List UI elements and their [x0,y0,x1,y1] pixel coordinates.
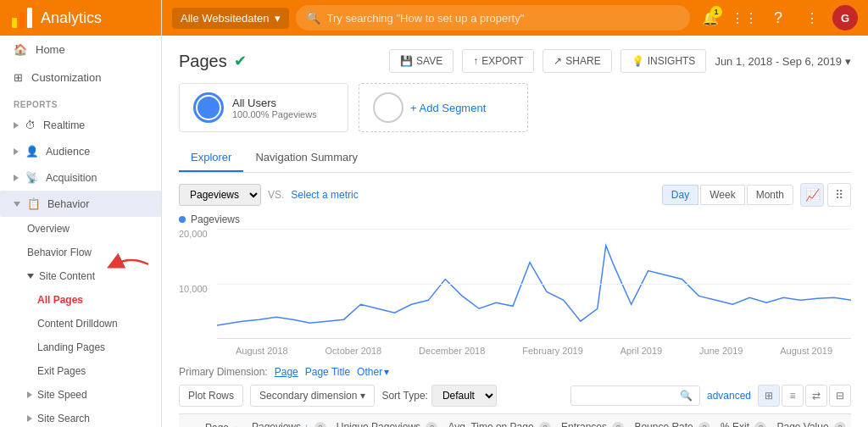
table-header-avg-time[interactable]: Avg. Time on Page ? [442,414,556,428]
page-value-info-icon[interactable]: ? [834,422,846,427]
entrances-info-icon[interactable]: ? [612,422,624,427]
help-button[interactable]: ? [765,4,792,31]
segment-pct: 100.00% Pageviews [232,109,317,119]
dim-option-other[interactable]: Other ▾ [357,366,389,378]
sidebar-item-site-speed[interactable]: Site Speed [0,383,161,407]
notifications-button[interactable]: 🔔 1 [697,4,724,31]
dim-option-page-title[interactable]: Page Title [305,366,350,378]
grid-view-button[interactable]: ⊞ [758,385,780,407]
chart-type-buttons: 📈 ⠿ [800,183,851,207]
table-header-entrances[interactable]: Entrances ? [556,414,629,428]
behavior-label: Behavior [47,198,89,210]
svg-rect-1 [19,13,25,28]
primary-dimension-row: Primary Dimension: Page Page Title Other… [179,366,851,378]
exit-pages-label: Exit Pages [37,365,86,377]
sidebar-item-site-search[interactable]: Site Search [0,407,161,427]
sidebar-item-landing-pages[interactable]: Landing Pages [0,336,161,359]
topbar-icons: 🔔 1 ⋮⋮ ? ⋮ G [697,4,858,31]
chart-controls: Pageviews VS. Select a metric Day Week M… [179,183,851,207]
segment-bar: All Users 100.00% Pageviews + Add Segmen… [179,83,851,132]
sidebar-item-realtime[interactable]: ⏱ Realtime [0,113,161,138]
insights-button[interactable]: 💡 INSIGHTS [620,49,707,73]
table-header-pct-exit[interactable]: % Exit ? [715,414,771,428]
bounce-rate-col-label: Bounce Rate [634,421,693,427]
date-range-selector[interactable]: Jun 1, 2018 - Sep 6, 2019 ▾ [715,55,851,68]
plot-rows-button[interactable]: Plot Rows [179,385,243,407]
sidebar-item-behavior[interactable]: 📋 Behavior [0,191,161,217]
sidebar-item-home[interactable]: 🏠 Home [0,36,161,64]
tab-explorer[interactable]: Explorer [179,144,243,172]
x-label-6: August 2019 [780,346,832,356]
segment-all-users[interactable]: All Users 100.00% Pageviews [179,83,348,132]
header-right: 💾 SAVE ↑ EXPORT ↗ SHARE 💡 INSIGHTS Jun 1… [389,49,851,73]
advanced-link[interactable]: advanced [707,390,751,402]
table-header-bounce-rate[interactable]: Bounce Rate ? [629,414,715,428]
topbar: Alle Websitedaten ▾ 🔍 🔔 1 ⋮⋮ ? ⋮ G [162,0,868,36]
time-btn-day[interactable]: Day [662,185,698,205]
dim-option-page[interactable]: Page [275,366,298,378]
property-name: Alle Websitedaten [181,12,270,25]
more-options-button[interactable]: ⋮ [798,4,826,31]
apps-button[interactable]: ⋮⋮ [731,4,758,31]
add-segment-button[interactable]: + Add Segment [359,83,528,132]
legend-label: Pageviews [191,214,240,225]
pageviews-info-icon[interactable]: ? [314,422,326,427]
overview-label: Overview [27,223,70,235]
sidebar-item-audience[interactable]: 👤 Audience [0,138,161,164]
site-search-label: Site Search [37,413,90,424]
time-btn-month[interactable]: Month [747,185,793,205]
table-header-pageviews[interactable]: Pageviews ↓ ? [247,414,331,428]
site-content-label: Site Content [39,270,95,282]
table-search-container: 🔍 [570,385,700,406]
sidebar-item-customization[interactable]: ⊞ Customization [0,64,161,92]
list-view-button[interactable]: ≡ [782,385,804,407]
pct-exit-info-icon[interactable]: ? [754,422,766,427]
user-avatar[interactable]: G [832,5,858,30]
avg-time-info-icon[interactable]: ? [539,422,551,427]
secondary-dimension-button[interactable]: Secondary dimension ▾ [250,385,375,407]
sidebar-item-site-content[interactable]: Site Content [0,264,161,288]
analytics-logo-icon [10,6,34,30]
table-header-unique-pageviews[interactable]: Unique Pageviews ? [331,414,443,428]
scatter-chart-icon: ⠿ [835,188,843,202]
sidebar-item-all-pages[interactable]: All Pages [0,288,161,312]
table-header-page[interactable]: Page ▲ [200,414,247,428]
all-pages-label: All Pages [37,294,83,306]
sidebar-item-acquisition[interactable]: 📡 Acquisition [0,164,161,191]
content-area: Pages ✔ 💾 SAVE ↑ EXPORT ↗ SHARE 💡 [162,36,868,427]
gridline-mid [217,284,851,285]
audience-icon: 👤 [25,145,39,158]
sort-type-dropdown[interactable]: Default [431,385,497,407]
search-icon: 🔍 [680,390,693,402]
sidebar-item-content-drilldown[interactable]: Content Drilldown [0,312,161,336]
metric-dropdown[interactable]: Pageviews [179,184,261,206]
property-selector[interactable]: Alle Websitedaten ▾ [172,8,289,29]
bar-chart-button[interactable]: ⠿ [827,183,851,207]
bounce-rate-info-icon[interactable]: ? [698,422,710,427]
tab-navigation-summary[interactable]: Navigation Summary [243,144,370,172]
compare-view-button[interactable]: ⇄ [805,385,827,407]
expand-icon [14,148,19,155]
search-input[interactable] [327,12,680,25]
select-metric-link[interactable]: Select a metric [291,189,358,201]
sidebar-item-behavior-flow[interactable]: Behavior Flow [0,241,161,264]
sidebar-item-overview[interactable]: Overview [0,217,161,241]
line-chart-button[interactable]: 📈 [800,183,824,207]
table-header-page-value[interactable]: Page Value ? [771,414,851,428]
table-controls: Plot Rows Secondary dimension ▾ Sort Typ… [179,385,851,407]
site-speed-label: Site Speed [37,389,87,401]
date-range-text: Jun 1, 2018 - Sep 6, 2019 [715,55,842,68]
time-btn-week[interactable]: Week [700,185,744,205]
share-button[interactable]: ↗ SHARE [542,49,611,73]
chevron-down-icon: ▾ [384,366,389,378]
sidebar-item-exit-pages[interactable]: Exit Pages [0,359,161,383]
save-button[interactable]: 💾 SAVE [389,49,453,73]
unique-pv-info-icon[interactable]: ? [426,422,437,427]
metric-selector: Pageviews VS. Select a metric [179,184,359,206]
export-button[interactable]: ↑ EXPORT [462,49,534,73]
table-search-input[interactable] [578,390,680,402]
sidebar-customization-label: Customization [31,71,101,84]
expand-icon [14,202,20,207]
pivot-view-button[interactable]: ⊟ [829,385,851,407]
sort-down-icon: ↓ [303,421,309,427]
